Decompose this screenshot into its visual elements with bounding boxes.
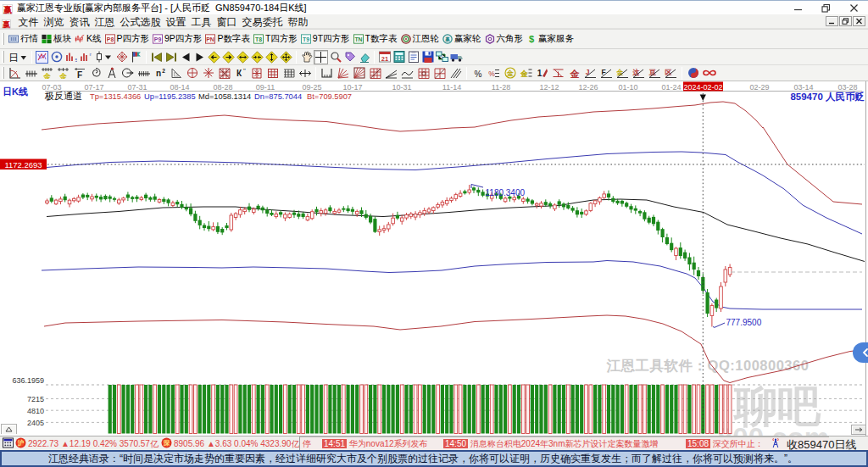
tool-pan-hand-icon[interactable] [299,50,314,64]
tool-angle-lines-icon[interactable] [383,66,399,81]
tool-overlay-kline-icon[interactable] [35,50,49,64]
tool-prev-bar-icon[interactable] [178,50,192,64]
toolbar-item-sectors[interactable]: 板块 [40,30,73,48]
tool-spiral-icon[interactable] [87,66,103,81]
tool-zoom-all-icon[interactable] [279,50,293,64]
toolbar-item-kline[interactable]: K线 [73,30,103,48]
tool-gold-levels-icon[interactable]: 金 [518,66,534,81]
menu-gann[interactable]: 江恩 [92,16,117,28]
tool-percent-line-icon[interactable]: % [470,66,486,81]
menu-window[interactable]: 窗口 [214,16,239,28]
tool-n-square-icon[interactable]: n2 [152,66,168,81]
toolbar-item-p-square[interactable]: P8P四方形 [103,30,152,48]
toolbar-item-hexagon[interactable]: 六角形 [483,30,526,48]
menu-formula-stock-pick[interactable]: 公式选股 [118,16,163,28]
mdi-restore-button[interactable] [839,16,852,26]
sz-index-quote[interactable]: 8905.96 ▲3.63 0.04% 4323.90亿 [174,438,299,450]
tool-mini-chart-2-icon[interactable]: n [78,50,92,64]
toolbar-item-t-square[interactable]: T8T四方形 [252,30,299,48]
chart-area[interactable]: 聊吧800.com江恩工具软件：QQ:100800360721548102405… [0,81,868,436]
tool-data-transfer-icon[interactable] [449,50,464,64]
tool-parallel-lines-icon[interactable] [448,66,464,81]
tool-gann-fan-icon[interactable] [335,66,351,81]
tool-zoom-right-icon[interactable] [221,50,236,64]
tool-set-square-icon[interactable] [168,66,184,81]
tool-zoom-tool-icon[interactable] [328,50,342,64]
tool-angle-zhe-icon[interactable]: 这 [631,66,647,81]
toolbar-item-t-number-table[interactable]: TNT数字表 [352,30,399,48]
tool-circle-cross-icon[interactable] [184,66,200,81]
tool-price-grid-4-icon[interactable] [415,66,431,81]
tool-taiji-icon[interactable] [685,66,701,81]
tool-price-grid-1-icon[interactable] [248,66,264,81]
tool-angle-gen-icon[interactable]: 亘 [647,66,663,81]
tool-lattice-icon[interactable] [114,50,129,64]
tool-calendar-tool-icon[interactable]: 21 [377,50,392,64]
sh-index-quote[interactable]: 2922.73 ▲12.19 0.42% 3570.57亿 [28,438,159,450]
tool-compass-icon[interactable] [103,66,120,81]
tool-angle-f-icon[interactable]: F [598,66,615,81]
tool-gold-section-icon[interactable]: 金 [566,66,582,81]
tool-caliper-icon[interactable] [319,66,335,81]
calendar-icon[interactable] [3,437,14,450]
tool-star-rays-icon[interactable] [200,66,216,81]
toolbar-item-winner-wheel[interactable]: 赢赢家轮 [441,30,483,48]
tool-mini-chart-1-icon[interactable]: 5 [64,50,78,64]
mdi-minimize-button[interactable] [826,16,838,26]
toolbar-item-9p-square[interactable]: P99P四方形 [151,30,203,48]
tool-skip-last-icon[interactable] [164,50,178,64]
tool-quadrant-arc-icon[interactable] [7,66,23,81]
menu-settings[interactable]: 设置 [164,16,188,28]
tool-time-ruler-icon[interactable] [23,66,39,81]
tool-label-tag-icon[interactable] [342,50,357,64]
toolbar-item-winner-service[interactable]: $赢家服务 [525,30,576,48]
tool-span-arrows-icon[interactable] [297,66,313,81]
tool-flag-mark-icon[interactable] [129,50,143,64]
tool-notes-icon[interactable] [406,50,420,64]
tool-crosshair-icon[interactable] [314,50,328,64]
tool-skip-first-icon[interactable] [149,50,164,64]
window-close-button[interactable] [840,1,868,14]
menu-tools[interactable]: 工具 [189,16,214,28]
tool-eraser-icon[interactable] [357,50,371,64]
window-minimize-button[interactable] [784,1,812,14]
toolbar-item-gann-wheel[interactable]: 江恩轮 [399,30,442,48]
tool-zoom-in-horizontal-icon[interactable] [250,50,264,64]
panel-collapse-button[interactable] [853,342,868,363]
tool-save-icon[interactable] [420,50,435,64]
tool-zoom-left-icon[interactable] [207,50,221,64]
tool-calculator-icon[interactable] [392,50,406,64]
toolbar-item-p-number-table[interactable]: PNP数字表 [203,30,252,48]
menu-help[interactable]: 帮助 [286,16,310,28]
tool-angle-qu-icon[interactable]: 区 [663,66,679,81]
tool-grid-diagonal-icon[interactable] [367,66,383,81]
tool-k-marks-icon[interactable]: К" [232,66,248,81]
tool-candle-style-icon[interactable] [92,50,114,64]
tool-infinity-icon[interactable] [701,66,717,81]
tool-fibonacci-icon[interactable]: F [71,66,87,81]
tool-gann-box-icon[interactable] [351,66,367,81]
tool-gold-circle-icon[interactable]: 金 [502,66,518,81]
tool-price-grid-2-icon[interactable] [264,66,281,81]
toolbar-item-9t-square[interactable]: T99T四方形 [299,30,352,48]
tool-grid-x-icon[interactable] [216,66,232,81]
menu-file[interactable]: 文件 [16,16,41,28]
tool-angle-gold-icon[interactable]: 金 [615,66,631,81]
tool-price-grid-3-icon[interactable] [281,66,297,81]
tool-zoom-vertical-icon[interactable] [264,50,279,64]
menu-news[interactable]: 资讯 [67,16,92,28]
menu-browse[interactable]: 浏览 [42,16,66,28]
tool-info-box-icon[interactable] [49,50,64,64]
tool-angle-j-icon[interactable]: J [582,66,598,81]
menu-trade-entrust[interactable]: 交易委托 [240,16,285,28]
tool-wave-line-icon[interactable] [399,66,415,81]
tool-period-day-icon[interactable]: 日 [7,50,29,64]
scroll-right-button[interactable] [851,425,866,435]
toolbar-item-quotes[interactable]: 行情 [7,30,40,48]
mdi-close-button[interactable] [853,16,865,26]
tool-percent-levels-icon[interactable]: % [486,66,502,81]
tool-gold-ruler-1-icon[interactable]: 金 [39,66,55,81]
tool-draw-pen-icon[interactable]: 1 [534,66,550,81]
tool-time-ticks-icon[interactable] [136,66,152,81]
window-restore-button[interactable] [812,1,840,14]
